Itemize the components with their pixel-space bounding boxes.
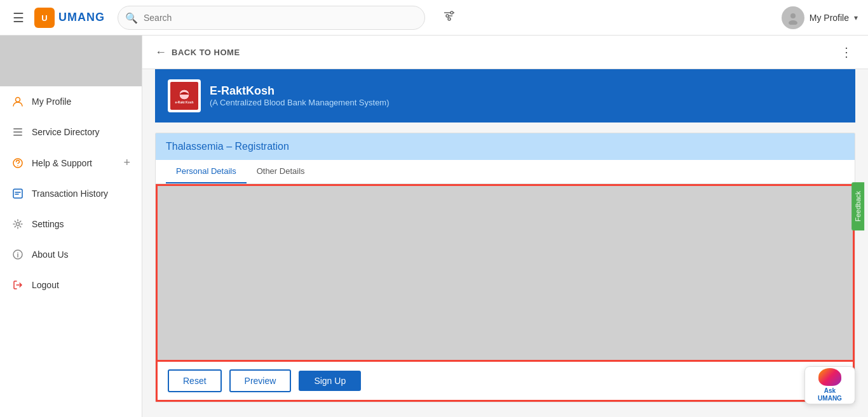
settings-icon xyxy=(11,218,24,230)
svg-point-17 xyxy=(17,223,20,226)
sidebar-item-label: My Profile xyxy=(32,96,130,107)
sidebar-item-my-profile[interactable]: My Profile xyxy=(0,86,142,117)
svg-point-15 xyxy=(17,165,18,166)
ask-umang-label: AskUMANG xyxy=(818,387,842,402)
tab-personal-details[interactable]: Personal Details xyxy=(166,160,247,183)
umang-mascot xyxy=(818,368,841,386)
logo-text: UMANG xyxy=(58,11,105,24)
sidebar-item-label: About Us xyxy=(32,249,130,260)
more-options-icon[interactable]: ⋮ xyxy=(837,44,855,60)
form-content-area xyxy=(156,184,855,362)
reset-button[interactable]: Reset xyxy=(168,369,222,392)
logo[interactable]: U UMANG xyxy=(34,8,105,28)
svg-point-10 xyxy=(16,98,20,102)
profile-label: My Profile xyxy=(810,13,849,23)
back-bar: ← BACK TO HOME ⋮ xyxy=(142,36,868,69)
app-card: e-Rakt Kosh E-RaktKosh (A Centralized Bl… xyxy=(155,69,855,122)
form-area: e-Rakt Kosh E-RaktKosh (A Centralized Bl… xyxy=(142,69,868,417)
preview-button[interactable]: Preview xyxy=(229,369,292,392)
sidebar: My Profile Service Directory Help & xyxy=(0,36,142,417)
sidebar-item-label: Settings xyxy=(32,219,130,229)
registration-title: Thalassemia – Registration xyxy=(166,141,289,152)
svg-point-6 xyxy=(446,15,449,17)
back-arrow-icon[interactable]: ← xyxy=(155,46,166,59)
svg-rect-12 xyxy=(13,131,22,133)
sidebar-item-settings[interactable]: Settings xyxy=(0,209,142,239)
svg-rect-11 xyxy=(13,128,22,129)
sidebar-item-transaction-history[interactable]: Transaction History xyxy=(0,178,142,209)
back-label: BACK TO HOME xyxy=(172,48,240,57)
svg-point-8 xyxy=(790,13,796,18)
sidebar-item-logout[interactable]: Logout xyxy=(0,270,142,300)
chevron-down-icon: ▾ xyxy=(854,13,858,22)
registration-section: Thalassemia – Registration Personal Deta… xyxy=(155,133,855,402)
tab-other-details[interactable]: Other Details xyxy=(247,160,315,183)
sidebar-item-label: Service Directory xyxy=(32,127,130,137)
sidebar-item-label: Logout xyxy=(32,280,130,290)
logout-icon xyxy=(11,279,24,291)
svg-text:U: U xyxy=(41,13,47,23)
sidebar-item-help-support[interactable]: Help & Support + xyxy=(0,147,142,178)
app-logo-inner: e-Rakt Kosh xyxy=(170,82,198,110)
svg-point-7 xyxy=(448,18,451,20)
profile-icon xyxy=(11,95,24,108)
feedback-tab[interactable]: Feedback xyxy=(851,182,864,230)
header: ☰ U UMANG 🔍 My Profile xyxy=(0,0,868,36)
about-icon xyxy=(11,248,24,261)
hamburger-icon[interactable]: ☰ xyxy=(10,8,27,28)
search-icon: 🔍 xyxy=(125,11,138,23)
svg-rect-13 xyxy=(13,135,22,136)
logo-icon: U xyxy=(34,8,55,28)
filter-icon[interactable] xyxy=(440,7,458,28)
app-subtitle: (A Centralized Blood Bank Management Sys… xyxy=(210,98,390,107)
search-bar: 🔍 xyxy=(118,6,425,30)
service-directory-icon xyxy=(11,126,24,138)
svg-text:e-Rakt Kosh: e-Rakt Kosh xyxy=(175,100,193,104)
sidebar-item-service-directory[interactable]: Service Directory xyxy=(0,117,142,147)
main-content: ← BACK TO HOME ⋮ e-Rakt Kosh xyxy=(142,36,868,417)
ask-umang-button[interactable]: AskUMANG xyxy=(804,366,855,404)
form-buttons: Reset Preview Sign Up xyxy=(156,362,855,402)
svg-point-5 xyxy=(451,11,453,14)
app-info: E-RaktKosh (A Centralized Blood Bank Man… xyxy=(210,84,390,107)
transaction-icon xyxy=(11,187,24,200)
form-tabs: Personal Details Other Details xyxy=(156,160,855,184)
svg-point-19 xyxy=(17,252,18,253)
sidebar-user-banner xyxy=(0,36,142,86)
svg-rect-16 xyxy=(13,189,22,198)
search-input[interactable] xyxy=(118,6,425,30)
help-support-icon xyxy=(11,157,24,169)
avatar xyxy=(782,6,804,29)
sidebar-item-about-us[interactable]: About Us xyxy=(0,239,142,270)
back-bar-left: ← BACK TO HOME xyxy=(155,46,240,59)
registration-header: Thalassemia – Registration xyxy=(156,133,855,160)
profile-menu[interactable]: My Profile ▾ xyxy=(782,6,858,29)
sidebar-item-label: Transaction History xyxy=(32,189,130,199)
body-container: My Profile Service Directory Help & xyxy=(0,36,868,417)
app-title: E-RaktKosh xyxy=(210,84,390,98)
signup-button[interactable]: Sign Up xyxy=(299,371,361,391)
sidebar-item-label: Help & Support xyxy=(32,158,116,168)
plus-icon: + xyxy=(123,156,130,169)
app-logo: e-Rakt Kosh xyxy=(168,79,201,112)
svg-point-9 xyxy=(789,20,797,25)
